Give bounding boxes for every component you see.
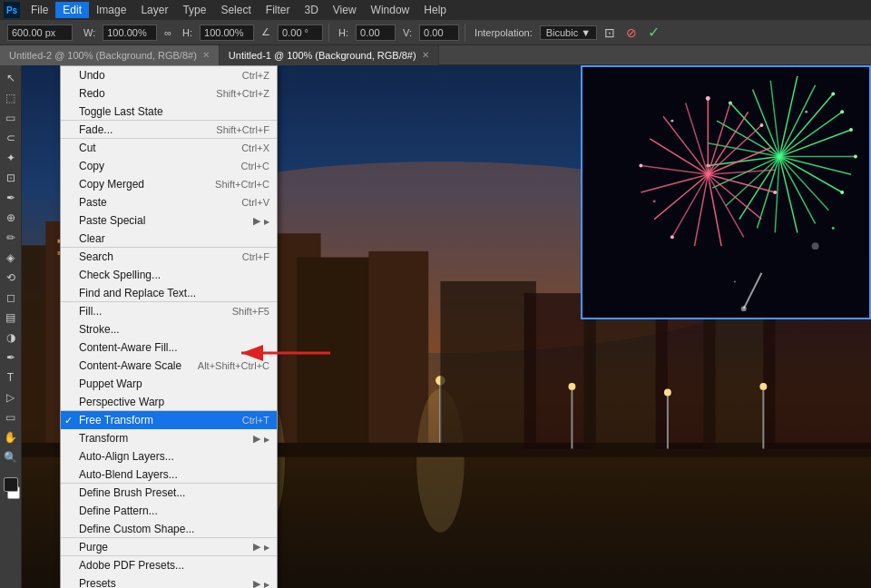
menu-layer[interactable]: Layer — [133, 2, 175, 18]
menu-item-free-transform-shortcut: Ctrl+T — [242, 415, 269, 426]
tool-artboard[interactable]: ⬚ — [2, 89, 20, 107]
tool-gradient[interactable]: ▤ — [2, 309, 20, 327]
menu-item-fade-label: Fade... — [79, 123, 113, 136]
menu-item-define-shape[interactable]: Define Custom Shape... — [61, 520, 277, 538]
menu-item-free-transform-label: Free Transform — [79, 414, 153, 426]
tool-dodge[interactable]: ◑ — [2, 328, 20, 347]
tool-shape[interactable]: ▭ — [2, 408, 20, 426]
toolbar-h-label: H: — [335, 25, 352, 40]
tab-untitled1[interactable]: Untitled-1 @ 100% (Background, RGB/8#) ✕ — [220, 45, 439, 65]
menu-item-paste-special-label: Paste Special — [79, 214, 145, 227]
menu-item-presets-label: Presets — [79, 577, 116, 588]
toolbar-interpolation-label: Interpolation: — [471, 25, 536, 40]
toolbar-cancel-icon[interactable]: ⊘ — [622, 24, 641, 42]
menu-type[interactable]: Type — [175, 2, 213, 18]
toolbar: W: ∞ H: ∠ H: V: Interpolation: Bicubic ▼… — [0, 20, 871, 45]
menu-view[interactable]: View — [326, 2, 364, 18]
menu-3d[interactable]: 3D — [297, 2, 325, 18]
menu-item-clear[interactable]: Clear — [61, 230, 277, 248]
tool-hand[interactable]: ✋ — [2, 428, 20, 446]
tool-pen[interactable]: ✒ — [2, 348, 20, 367]
menu-item-auto-align[interactable]: Auto-Align Layers... — [61, 447, 277, 466]
tool-type[interactable]: T — [2, 368, 20, 387]
svg-point-91 — [741, 306, 747, 311]
menu-item-paste[interactable]: Paste Ctrl+V — [61, 193, 277, 211]
menu-item-cut[interactable]: Cut Ctrl+X — [61, 139, 277, 157]
menu-item-copy-merged[interactable]: Copy Merged Shift+Ctrl+C — [61, 175, 277, 193]
menu-item-free-transform[interactable]: ✓ Free Transform Ctrl+T — [61, 411, 277, 429]
tool-select[interactable]: ▭ — [2, 109, 20, 127]
menu-item-define-pattern-label: Define Pattern... — [79, 505, 158, 517]
menu-item-find-replace[interactable]: Find and Replace Text... — [61, 284, 277, 302]
tool-zoom[interactable]: 🔍 — [2, 448, 20, 466]
menu-item-paste-special[interactable]: Paste Special ▶ — [61, 211, 277, 230]
menu-help[interactable]: Help — [416, 2, 454, 18]
toolbar-interpolation-value[interactable]: Bicubic ▼ — [540, 25, 597, 40]
svg-point-61 — [840, 110, 844, 113]
tool-brush[interactable]: ✏ — [2, 229, 20, 247]
menu-item-toggle-last[interactable]: Toggle Last State — [61, 103, 277, 121]
toolbar-angle-input[interactable] — [278, 24, 323, 41]
tool-eyedropper[interactable]: ✒ — [2, 189, 20, 207]
menu-edit[interactable]: Edit — [55, 2, 89, 18]
toolbar-size-input[interactable] — [7, 24, 73, 41]
tool-healing[interactable]: ⊕ — [2, 209, 20, 227]
menu-select[interactable]: Select — [213, 2, 258, 18]
tab-close-untitled1[interactable]: ✕ — [422, 50, 429, 60]
toolbar-divider2 — [465, 24, 465, 42]
menu-item-copy[interactable]: Copy Ctrl+C — [61, 157, 277, 175]
menu-item-presets-arrow: ▶ — [253, 578, 269, 589]
toolbar-warp-icon[interactable]: ⊡ — [601, 24, 619, 42]
menu-item-fill[interactable]: Fill... Shift+F5 — [61, 302, 277, 320]
menu-item-redo[interactable]: Redo Shift+Ctrl+Z — [61, 84, 277, 103]
menu-file[interactable]: File — [24, 2, 55, 18]
menu-item-transform[interactable]: Transform ▶ — [61, 429, 277, 447]
menu-item-perspective-warp[interactable]: Perspective Warp — [61, 393, 277, 411]
tool-wand[interactable]: ✦ — [2, 149, 20, 167]
menu-item-copy-merged-shortcut: Shift+Ctrl+C — [215, 179, 269, 190]
svg-point-94 — [832, 227, 835, 230]
menu-item-puppet-warp[interactable]: Puppet Warp — [61, 375, 277, 393]
menu-filter[interactable]: Filter — [259, 2, 298, 18]
tool-history[interactable]: ⟲ — [2, 269, 20, 287]
toolbar-h-input2[interactable] — [200, 24, 254, 41]
tool-fg-color[interactable] — [4, 477, 18, 492]
menu-item-purge[interactable]: Purge ▶ — [61, 538, 277, 556]
menu-item-auto-blend[interactable]: Auto-Blend Layers... — [61, 466, 277, 484]
canvas-area[interactable]: Undo Ctrl+Z Redo Shift+Ctrl+Z Toggle Las… — [22, 65, 871, 588]
menu-item-undo-label: Undo — [79, 69, 105, 82]
toolbar-w-input[interactable] — [103, 24, 157, 41]
tool-clone[interactable]: ◈ — [2, 249, 20, 267]
tool-crop[interactable]: ⊡ — [2, 169, 20, 187]
tool-move[interactable]: ↖ — [2, 69, 20, 87]
toolbar-h-value[interactable] — [356, 24, 396, 41]
tabbar: Untitled-2 @ 100% (Background, RGB/8#) ✕… — [0, 45, 871, 65]
menu-item-define-pattern[interactable]: Define Pattern... — [61, 502, 277, 520]
toolbar-confirm-icon[interactable]: ✓ — [644, 22, 663, 43]
tab-close-untitled2[interactable]: ✕ — [202, 50, 210, 60]
menu-item-search[interactable]: Search Ctrl+F — [61, 248, 277, 266]
edit-dropdown-menu: Undo Ctrl+Z Redo Shift+Ctrl+Z Toggle Las… — [60, 65, 278, 588]
menu-item-check-spelling[interactable]: Check Spelling... — [61, 266, 277, 284]
menu-item-transform-arrow: ▶ — [253, 433, 269, 445]
menu-item-copy-shortcut: Ctrl+C — [241, 161, 269, 172]
menu-item-undo[interactable]: Undo Ctrl+Z — [61, 66, 277, 84]
tool-lasso[interactable]: ⊂ — [2, 129, 20, 147]
menu-item-presets[interactable]: Presets ▶ — [61, 574, 277, 588]
svg-point-88 — [670, 235, 674, 239]
menu-item-define-brush[interactable]: Define Brush Preset... — [61, 484, 277, 502]
toolbar-h-label2: H: — [179, 25, 196, 40]
menu-item-stroke[interactable]: Stroke... — [61, 320, 277, 338]
menu-item-pdf-presets[interactable]: Adobe PDF Presets... — [61, 556, 277, 574]
menu-item-transform-label: Transform — [79, 432, 128, 445]
tool-path[interactable]: ▷ — [2, 388, 20, 407]
tool-eraser[interactable]: ◻ — [2, 289, 20, 307]
menu-item-paste-shortcut: Ctrl+V — [241, 197, 269, 208]
toolbar-v-value[interactable] — [419, 24, 459, 41]
tab-untitled2[interactable]: Untitled-2 @ 100% (Background, RGB/8#) ✕ — [0, 45, 220, 65]
svg-point-36 — [759, 383, 767, 390]
menu-item-paste-label: Paste — [79, 196, 107, 209]
menu-window[interactable]: Window — [364, 2, 417, 18]
menu-image[interactable]: Image — [89, 2, 133, 18]
menu-item-fade[interactable]: Fade... Shift+Ctrl+F — [61, 121, 277, 139]
